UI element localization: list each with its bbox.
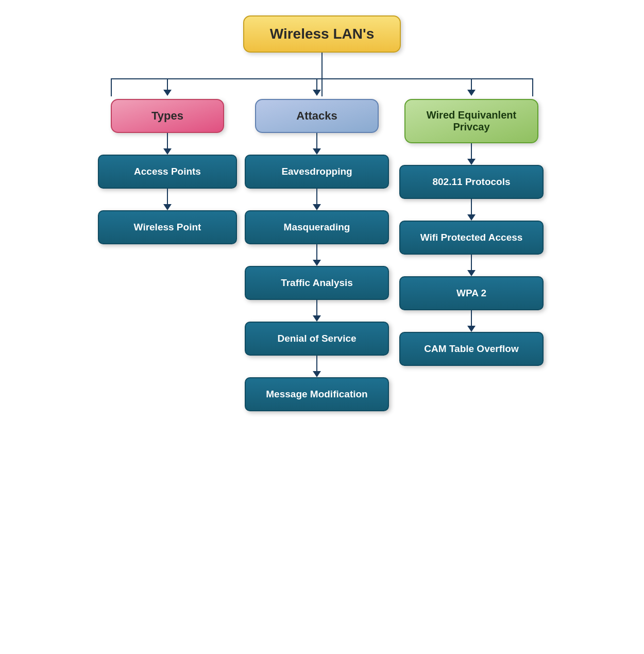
- item-wifi-protected: Wifi Protected Access: [399, 221, 544, 255]
- item-masquerading: Masquerading: [245, 210, 389, 244]
- category-wep: Wired Equivanlent Privcay: [404, 99, 538, 143]
- item-access-points: Access Points: [98, 155, 237, 189]
- arrow-types-2: [163, 189, 172, 210]
- diagram-container: Wireless LAN's Types Acc: [13, 10, 631, 411]
- category-types: Types: [111, 99, 224, 133]
- item-denial-of-service: Denial of Service: [245, 322, 389, 356]
- branches-row: Types Access Points Wireless Point: [95, 79, 549, 411]
- item-traffic-analysis: Traffic Analysis: [245, 266, 389, 300]
- arrow-types-1: [163, 133, 172, 155]
- arrow-wep-1: [467, 143, 476, 165]
- arrow-wep-3: [467, 255, 476, 276]
- arrow-wep-2: [467, 199, 476, 221]
- category-attacks: Attacks: [255, 99, 379, 133]
- item-wireless-point: Wireless Point: [98, 210, 237, 244]
- root-node: Wireless LAN's: [243, 15, 401, 53]
- arrow-attacks-5: [313, 356, 321, 377]
- arrow-attacks-4: [313, 300, 321, 322]
- item-message-modification: Message Modification: [245, 377, 389, 411]
- arrow-wep-4: [467, 310, 476, 332]
- item-wpa2: WPA 2: [399, 276, 544, 310]
- arrow-attacks-1: [313, 133, 321, 155]
- item-eavesdropping: Eavesdropping: [245, 155, 389, 189]
- arrow-attacks-3: [313, 244, 321, 266]
- horizontal-connector: [111, 78, 533, 79]
- branch-wep: Wired Equivanlent Privcay 802.11 Protoco…: [394, 79, 549, 366]
- item-802-protocols: 802.11 Protocols: [399, 165, 544, 199]
- branch-types: Types Access Points Wireless Point: [95, 79, 240, 244]
- arrow-attacks-2: [313, 189, 321, 210]
- item-cam-table-overflow: CAM Table Overflow: [399, 332, 544, 366]
- root-connector-down: [321, 53, 323, 78]
- branch-attacks: Attacks Eavesdropping Masquerading Tra: [242, 79, 392, 411]
